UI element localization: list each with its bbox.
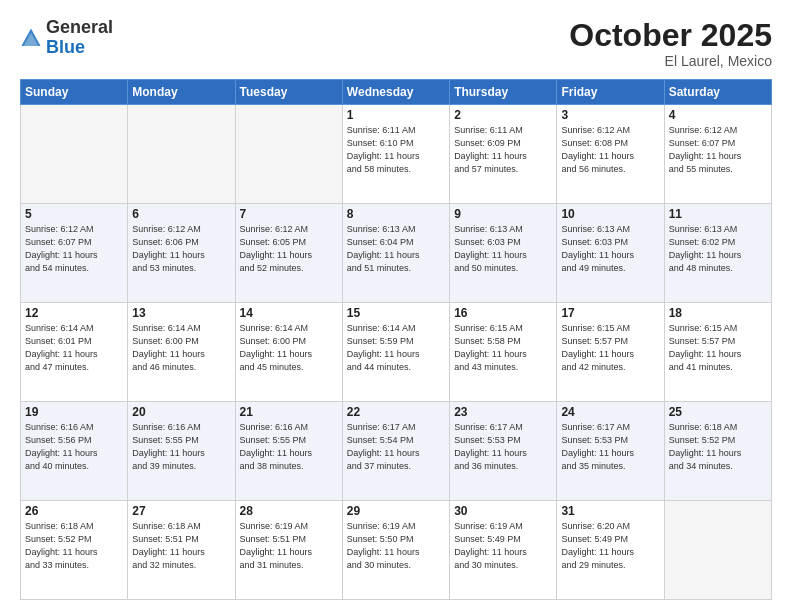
calendar-cell: 17Sunrise: 6:15 AM Sunset: 5:57 PM Dayli… (557, 303, 664, 402)
day-info: Sunrise: 6:19 AM Sunset: 5:50 PM Dayligh… (347, 520, 445, 572)
day-number: 12 (25, 306, 123, 320)
day-info: Sunrise: 6:13 AM Sunset: 6:03 PM Dayligh… (561, 223, 659, 275)
calendar-cell (128, 105, 235, 204)
calendar-cell: 19Sunrise: 6:16 AM Sunset: 5:56 PM Dayli… (21, 402, 128, 501)
calendar-cell: 9Sunrise: 6:13 AM Sunset: 6:03 PM Daylig… (450, 204, 557, 303)
calendar-cell (21, 105, 128, 204)
day-number: 16 (454, 306, 552, 320)
day-info: Sunrise: 6:18 AM Sunset: 5:51 PM Dayligh… (132, 520, 230, 572)
day-info: Sunrise: 6:18 AM Sunset: 5:52 PM Dayligh… (25, 520, 123, 572)
calendar-cell: 7Sunrise: 6:12 AM Sunset: 6:05 PM Daylig… (235, 204, 342, 303)
logo-icon (20, 27, 42, 49)
day-number: 24 (561, 405, 659, 419)
day-number: 14 (240, 306, 338, 320)
day-number: 19 (25, 405, 123, 419)
week-row-2: 5Sunrise: 6:12 AM Sunset: 6:07 PM Daylig… (21, 204, 772, 303)
logo-general-text: General (46, 17, 113, 37)
day-info: Sunrise: 6:17 AM Sunset: 5:53 PM Dayligh… (561, 421, 659, 473)
day-number: 15 (347, 306, 445, 320)
weekday-header-thursday: Thursday (450, 80, 557, 105)
weekday-row: SundayMondayTuesdayWednesdayThursdayFrid… (21, 80, 772, 105)
weekday-header-friday: Friday (557, 80, 664, 105)
day-info: Sunrise: 6:19 AM Sunset: 5:51 PM Dayligh… (240, 520, 338, 572)
calendar-cell: 28Sunrise: 6:19 AM Sunset: 5:51 PM Dayli… (235, 501, 342, 600)
day-info: Sunrise: 6:15 AM Sunset: 5:58 PM Dayligh… (454, 322, 552, 374)
calendar-body: 1Sunrise: 6:11 AM Sunset: 6:10 PM Daylig… (21, 105, 772, 600)
day-info: Sunrise: 6:13 AM Sunset: 6:03 PM Dayligh… (454, 223, 552, 275)
logo-text: General Blue (46, 18, 113, 58)
day-info: Sunrise: 6:12 AM Sunset: 6:05 PM Dayligh… (240, 223, 338, 275)
day-number: 26 (25, 504, 123, 518)
day-info: Sunrise: 6:11 AM Sunset: 6:09 PM Dayligh… (454, 124, 552, 176)
calendar-cell: 20Sunrise: 6:16 AM Sunset: 5:55 PM Dayli… (128, 402, 235, 501)
day-number: 2 (454, 108, 552, 122)
day-number: 17 (561, 306, 659, 320)
weekday-header-monday: Monday (128, 80, 235, 105)
day-number: 21 (240, 405, 338, 419)
day-info: Sunrise: 6:19 AM Sunset: 5:49 PM Dayligh… (454, 520, 552, 572)
weekday-header-saturday: Saturday (664, 80, 771, 105)
day-number: 27 (132, 504, 230, 518)
logo: General Blue (20, 18, 113, 58)
day-info: Sunrise: 6:13 AM Sunset: 6:04 PM Dayligh… (347, 223, 445, 275)
week-row-3: 12Sunrise: 6:14 AM Sunset: 6:01 PM Dayli… (21, 303, 772, 402)
day-info: Sunrise: 6:14 AM Sunset: 5:59 PM Dayligh… (347, 322, 445, 374)
day-info: Sunrise: 6:16 AM Sunset: 5:55 PM Dayligh… (240, 421, 338, 473)
day-info: Sunrise: 6:17 AM Sunset: 5:53 PM Dayligh… (454, 421, 552, 473)
day-info: Sunrise: 6:14 AM Sunset: 6:00 PM Dayligh… (240, 322, 338, 374)
calendar-cell: 30Sunrise: 6:19 AM Sunset: 5:49 PM Dayli… (450, 501, 557, 600)
calendar-cell: 10Sunrise: 6:13 AM Sunset: 6:03 PM Dayli… (557, 204, 664, 303)
day-info: Sunrise: 6:14 AM Sunset: 6:01 PM Dayligh… (25, 322, 123, 374)
day-number: 11 (669, 207, 767, 221)
logo-blue-text: Blue (46, 37, 85, 57)
day-number: 13 (132, 306, 230, 320)
calendar-cell: 2Sunrise: 6:11 AM Sunset: 6:09 PM Daylig… (450, 105, 557, 204)
day-number: 23 (454, 405, 552, 419)
calendar-cell: 12Sunrise: 6:14 AM Sunset: 6:01 PM Dayli… (21, 303, 128, 402)
week-row-5: 26Sunrise: 6:18 AM Sunset: 5:52 PM Dayli… (21, 501, 772, 600)
day-number: 29 (347, 504, 445, 518)
week-row-1: 1Sunrise: 6:11 AM Sunset: 6:10 PM Daylig… (21, 105, 772, 204)
day-info: Sunrise: 6:17 AM Sunset: 5:54 PM Dayligh… (347, 421, 445, 473)
day-number: 3 (561, 108, 659, 122)
day-info: Sunrise: 6:12 AM Sunset: 6:06 PM Dayligh… (132, 223, 230, 275)
calendar-cell: 6Sunrise: 6:12 AM Sunset: 6:06 PM Daylig… (128, 204, 235, 303)
calendar-cell: 1Sunrise: 6:11 AM Sunset: 6:10 PM Daylig… (342, 105, 449, 204)
day-number: 30 (454, 504, 552, 518)
day-info: Sunrise: 6:15 AM Sunset: 5:57 PM Dayligh… (669, 322, 767, 374)
calendar-cell: 22Sunrise: 6:17 AM Sunset: 5:54 PM Dayli… (342, 402, 449, 501)
weekday-header-sunday: Sunday (21, 80, 128, 105)
month-title: October 2025 (569, 18, 772, 53)
day-info: Sunrise: 6:16 AM Sunset: 5:55 PM Dayligh… (132, 421, 230, 473)
day-info: Sunrise: 6:15 AM Sunset: 5:57 PM Dayligh… (561, 322, 659, 374)
day-info: Sunrise: 6:14 AM Sunset: 6:00 PM Dayligh… (132, 322, 230, 374)
day-number: 9 (454, 207, 552, 221)
day-number: 28 (240, 504, 338, 518)
day-number: 5 (25, 207, 123, 221)
day-number: 18 (669, 306, 767, 320)
calendar-cell: 26Sunrise: 6:18 AM Sunset: 5:52 PM Dayli… (21, 501, 128, 600)
day-number: 20 (132, 405, 230, 419)
day-info: Sunrise: 6:11 AM Sunset: 6:10 PM Dayligh… (347, 124, 445, 176)
day-number: 25 (669, 405, 767, 419)
calendar-cell: 27Sunrise: 6:18 AM Sunset: 5:51 PM Dayli… (128, 501, 235, 600)
day-info: Sunrise: 6:18 AM Sunset: 5:52 PM Dayligh… (669, 421, 767, 473)
calendar-cell: 23Sunrise: 6:17 AM Sunset: 5:53 PM Dayli… (450, 402, 557, 501)
calendar-cell: 13Sunrise: 6:14 AM Sunset: 6:00 PM Dayli… (128, 303, 235, 402)
day-number: 31 (561, 504, 659, 518)
calendar-cell: 31Sunrise: 6:20 AM Sunset: 5:49 PM Dayli… (557, 501, 664, 600)
calendar-cell: 8Sunrise: 6:13 AM Sunset: 6:04 PM Daylig… (342, 204, 449, 303)
calendar-cell: 29Sunrise: 6:19 AM Sunset: 5:50 PM Dayli… (342, 501, 449, 600)
calendar-cell: 14Sunrise: 6:14 AM Sunset: 6:00 PM Dayli… (235, 303, 342, 402)
day-number: 6 (132, 207, 230, 221)
calendar-header: SundayMondayTuesdayWednesdayThursdayFrid… (21, 80, 772, 105)
day-info: Sunrise: 6:12 AM Sunset: 6:07 PM Dayligh… (669, 124, 767, 176)
calendar-cell: 11Sunrise: 6:13 AM Sunset: 6:02 PM Dayli… (664, 204, 771, 303)
weekday-header-tuesday: Tuesday (235, 80, 342, 105)
day-info: Sunrise: 6:16 AM Sunset: 5:56 PM Dayligh… (25, 421, 123, 473)
title-block: October 2025 El Laurel, Mexico (569, 18, 772, 69)
page: General Blue October 2025 El Laurel, Mex… (0, 0, 792, 612)
calendar-cell: 16Sunrise: 6:15 AM Sunset: 5:58 PM Dayli… (450, 303, 557, 402)
calendar-cell: 21Sunrise: 6:16 AM Sunset: 5:55 PM Dayli… (235, 402, 342, 501)
day-number: 22 (347, 405, 445, 419)
